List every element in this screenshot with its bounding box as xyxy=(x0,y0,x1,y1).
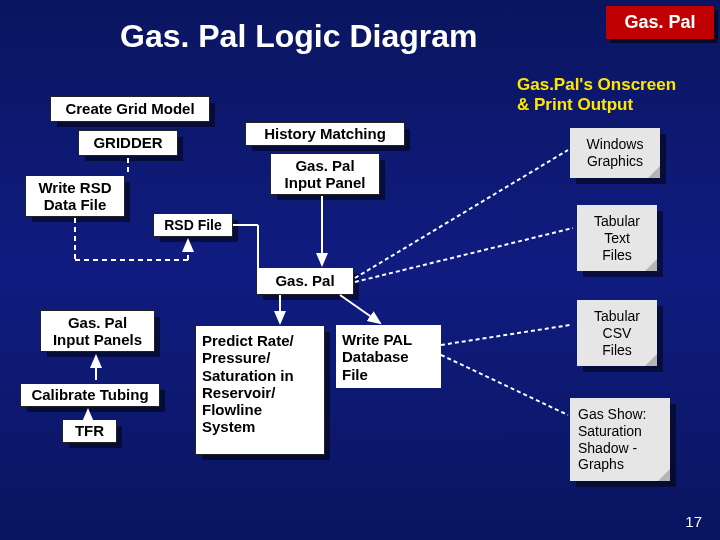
output-heading: Gas.Pal's Onscreen & Print Output xyxy=(517,75,717,114)
note-tabular-csv: Tabular CSV Files xyxy=(577,300,657,366)
box-predict: Predict Rate/ Pressure/ Saturation in Re… xyxy=(195,325,325,455)
box-create-grid: Create Grid Model xyxy=(50,96,210,122)
box-history-matching: History Matching xyxy=(245,122,405,146)
box-calibrate: Calibrate Tubing xyxy=(20,383,160,407)
svg-line-14 xyxy=(355,228,573,282)
box-tfr: TFR xyxy=(62,419,117,443)
note-text: Tabular Text Files xyxy=(594,213,640,263)
note-text: Tabular CSV Files xyxy=(594,308,640,358)
box-rsd-file: RSD File xyxy=(153,213,233,237)
box-gridder: GRIDDER xyxy=(78,130,178,156)
svg-line-8 xyxy=(340,295,380,323)
box-write-pal: Write PAL Database File xyxy=(336,325,441,388)
box-gaspal: Gas. Pal xyxy=(256,267,354,295)
box-input-panels: Gas. Pal Input Panels xyxy=(40,310,155,352)
box-input-panel: Gas. Pal Input Panel xyxy=(270,153,380,195)
note-tabular-text: Tabular Text Files xyxy=(577,205,657,271)
note-windows-graphics: Windows Graphics xyxy=(570,128,660,178)
note-gas-show: Gas Show: Saturation Shadow - Graphs xyxy=(570,398,670,481)
box-write-rsd: Write RSD Data File xyxy=(25,175,125,217)
svg-line-13 xyxy=(355,150,568,278)
svg-line-11 xyxy=(441,325,570,345)
slide-number: 17 xyxy=(685,513,702,530)
note-text: Windows Graphics xyxy=(587,136,644,169)
svg-line-12 xyxy=(441,355,568,415)
note-text: Gas Show: Saturation Shadow - Graphs xyxy=(578,406,646,472)
slide-title: Gas. Pal Logic Diagram xyxy=(120,18,477,55)
brand-badge: Gas. Pal xyxy=(606,6,714,39)
